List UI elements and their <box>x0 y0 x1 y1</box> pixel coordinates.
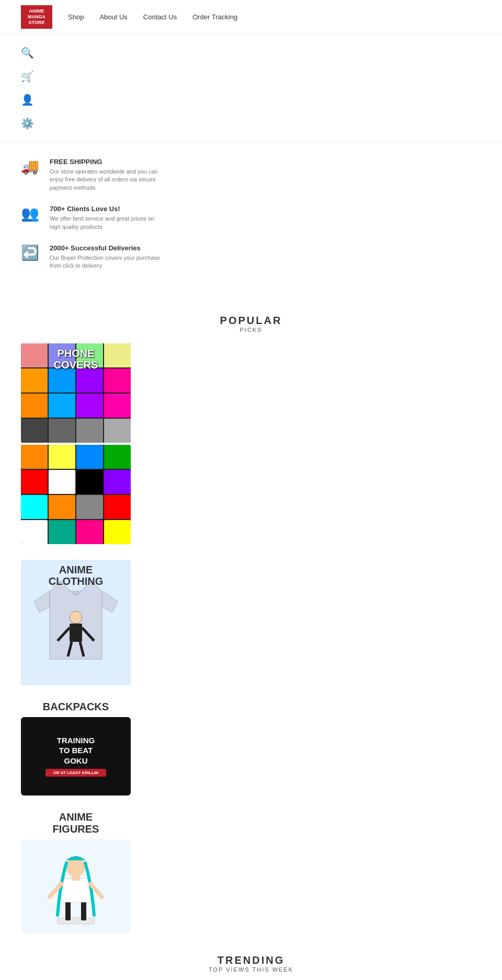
trending-header: TRENDING TOP VIEWS THIS WEEK <box>0 954 502 973</box>
header: ANIMEMANGASTORE Shop About Us Contact Us… <box>0 0 502 34</box>
nav-contact[interactable]: Contact Us <box>143 13 177 21</box>
features-section: 🚚 FREE SHIPPING Our store operates world… <box>0 142 502 299</box>
feature-clients-text: 700+ Clients Love Us! We offer best serv… <box>50 205 165 231</box>
logo[interactable]: ANIMEMANGASTORE <box>21 5 52 29</box>
svg-rect-12 <box>61 879 90 902</box>
settings-icon[interactable]: ⚙️ <box>21 113 481 134</box>
categories-section: PHONECOVERS <box>0 343 502 933</box>
user-icon[interactable]: 👤 <box>21 89 481 110</box>
main-nav: Shop About Us Contact Us Order Tracking <box>68 13 237 21</box>
feature-deliveries-text: 2000+ Successful Deliveries Our Buyer Pr… <box>50 244 165 270</box>
category-phone-covers[interactable]: PHONECOVERS <box>21 343 131 544</box>
phone-covers-label: PHONECOVERS <box>21 348 131 371</box>
anime-figures-image <box>21 839 131 933</box>
feature-clients: 👥 700+ Clients Love Us! We offer best se… <box>21 205 481 231</box>
backpack-text: TRAININGTO BEATGOKU <box>57 735 95 766</box>
popular-picks-header: POPULAR PICKS <box>0 315 502 333</box>
logo-text: ANIMEMANGASTORE <box>28 8 45 25</box>
svg-rect-4 <box>70 624 82 642</box>
anime-figures-label: ANIMEFIGURES <box>21 811 131 835</box>
category-anime-figures[interactable]: ANIMEFIGURES <box>21 811 131 933</box>
svg-marker-2 <box>102 591 118 612</box>
nav-order-tracking[interactable]: Order Tracking <box>192 13 237 21</box>
clients-icon: 👥 <box>21 205 42 222</box>
anime-clothing-label: ANIMECLOTHING <box>21 564 131 587</box>
clients-title: 700+ Clients Love Us! <box>50 205 165 213</box>
backpack-subtext: OR AT LEAST KRILLIN <box>45 769 106 777</box>
svg-rect-9 <box>58 918 94 924</box>
clients-desc: We offer best service and great prices o… <box>50 215 165 231</box>
feature-deliveries: ↩️ 2000+ Successful Deliveries Our Buyer… <box>21 244 481 270</box>
feature-shipping: 🚚 FREE SHIPPING Our store operates world… <box>21 158 481 192</box>
shipping-icon: 🚚 <box>21 158 42 175</box>
popular-subtitle: PICKS <box>0 327 502 333</box>
category-backpacks[interactable]: BACKPACKS TRAININGTO BEATGOKU OR AT LEAS… <box>21 701 131 795</box>
feature-shipping-text: FREE SHIPPING Our store operates worldwi… <box>50 158 165 192</box>
search-icon[interactable]: 🔍 <box>21 42 481 63</box>
sidebar-icons: 🔍 🛒 👤 ⚙️ <box>0 34 502 142</box>
svg-rect-10 <box>65 900 71 920</box>
figure-svg <box>29 842 123 931</box>
svg-rect-11 <box>81 900 86 920</box>
trending-title: TRENDING <box>0 954 502 966</box>
nav-shop[interactable]: Shop <box>68 13 84 21</box>
shipping-title: FREE SHIPPING <box>50 158 165 166</box>
deliveries-title: 2000+ Successful Deliveries <box>50 244 165 252</box>
deliveries-icon: ↩️ <box>21 244 42 261</box>
cart-icon[interactable]: 🛒 <box>21 66 481 87</box>
svg-point-3 <box>70 611 82 624</box>
svg-point-14 <box>66 858 85 877</box>
phone-covers-image-2 <box>21 445 131 544</box>
trending-subtitle: TOP VIEWS THIS WEEK <box>0 966 502 973</box>
svg-marker-1 <box>34 591 50 612</box>
nav-about[interactable]: About Us <box>99 13 127 21</box>
popular-title: POPULAR <box>0 315 502 327</box>
category-anime-clothing[interactable]: ANIMECLOTHING <box>21 560 131 685</box>
backpacks-label: BACKPACKS <box>21 701 131 713</box>
backpacks-image: TRAININGTO BEATGOKU OR AT LEAST KRILLIN <box>21 717 131 795</box>
deliveries-desc: Our Buyer Protection covers your purchas… <box>50 254 165 270</box>
shipping-desc: Our store operates worldwide and you can… <box>50 168 165 192</box>
